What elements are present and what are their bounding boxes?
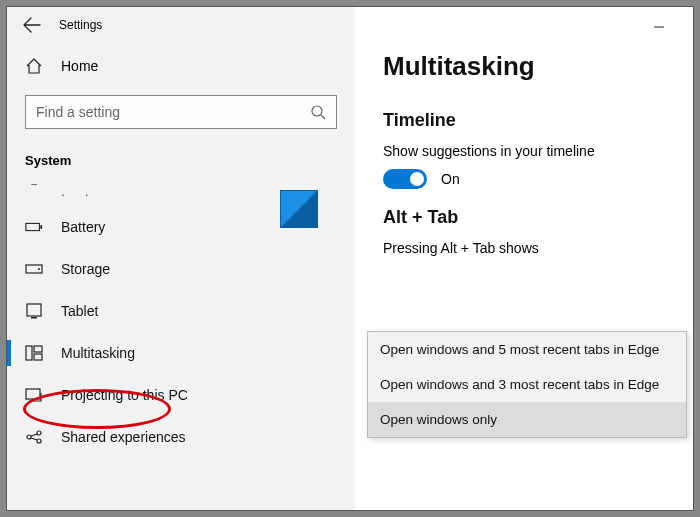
dropdown-option-selected[interactable]: Open windows only	[368, 402, 686, 437]
search-placeholder: Find a setting	[36, 104, 120, 120]
svg-rect-7	[31, 317, 37, 319]
sidebar-item-label: Battery	[61, 219, 105, 235]
svg-rect-2	[26, 223, 40, 230]
dash-icon: ‾	[25, 182, 43, 200]
storage-icon	[25, 260, 43, 278]
back-icon[interactable]	[23, 16, 41, 34]
shared-icon	[25, 428, 43, 446]
multitask-icon	[25, 344, 43, 362]
home-label: Home	[61, 58, 98, 74]
svg-rect-11	[26, 389, 40, 399]
sidebar-item-label: Projecting to this PC	[61, 387, 188, 403]
dropdown-option[interactable]: Open windows and 5 most recent tabs in E…	[368, 332, 686, 367]
dropdown-option[interactable]: Open windows and 3 most recent tabs in E…	[368, 367, 686, 402]
svg-rect-3	[40, 225, 42, 229]
main-panel: Multitasking Timeline Show suggestions i…	[355, 7, 693, 510]
window-title: Settings	[59, 18, 102, 32]
sidebar-item-projecting[interactable]: Projecting to this PC	[7, 374, 355, 416]
sidebar-item-shared[interactable]: Shared experiences	[7, 416, 355, 458]
sidebar-item-tablet[interactable]: Tablet	[7, 290, 355, 332]
svg-point-0	[312, 106, 322, 116]
titlebar: Settings	[7, 7, 355, 43]
timeline-suggestions-label: Show suggestions in your timeline	[383, 143, 693, 159]
accent-logo-icon	[281, 191, 317, 227]
tablet-icon	[25, 302, 43, 320]
svg-rect-9	[34, 346, 42, 352]
sidebar: Settings Home Find a setting System ‾ . …	[7, 7, 355, 510]
section-header-system: System	[7, 141, 355, 172]
svg-point-12	[27, 435, 31, 439]
sidebar-item-label: Storage	[61, 261, 110, 277]
svg-line-1	[321, 115, 325, 119]
svg-point-13	[37, 431, 41, 435]
sidebar-item-storage[interactable]: Storage	[7, 248, 355, 290]
page-title: Multitasking	[383, 51, 693, 82]
minimize-button[interactable]	[639, 15, 679, 39]
timeline-toggle-row: On	[383, 169, 693, 189]
toggle-state-text: On	[441, 171, 460, 187]
timeline-heading: Timeline	[383, 110, 693, 131]
timeline-toggle[interactable]	[383, 169, 427, 189]
svg-line-15	[31, 434, 37, 436]
home-icon	[25, 57, 43, 75]
alttab-heading: Alt + Tab	[383, 207, 693, 228]
project-icon	[25, 386, 43, 404]
svg-point-5	[38, 268, 40, 270]
home-nav-item[interactable]: Home	[7, 43, 355, 85]
toggle-knob	[410, 172, 424, 186]
settings-window: Settings Home Find a setting System ‾ . …	[6, 6, 694, 511]
sidebar-item-multitasking[interactable]: Multitasking	[7, 332, 355, 374]
svg-rect-10	[34, 354, 42, 360]
sidebar-item-label: Multitasking	[61, 345, 135, 361]
svg-line-16	[31, 438, 37, 440]
sidebar-item-label: Tablet	[61, 303, 98, 319]
alttab-label: Pressing Alt + Tab shows	[383, 240, 693, 256]
search-input[interactable]: Find a setting	[25, 95, 337, 129]
svg-point-14	[37, 439, 41, 443]
svg-rect-8	[26, 346, 32, 360]
alttab-dropdown[interactable]: Open windows and 5 most recent tabs in E…	[367, 331, 687, 438]
search-icon	[310, 104, 326, 120]
battery-icon	[25, 218, 43, 236]
sidebar-item-label: Shared experiences	[61, 429, 186, 445]
svg-rect-6	[27, 304, 41, 316]
